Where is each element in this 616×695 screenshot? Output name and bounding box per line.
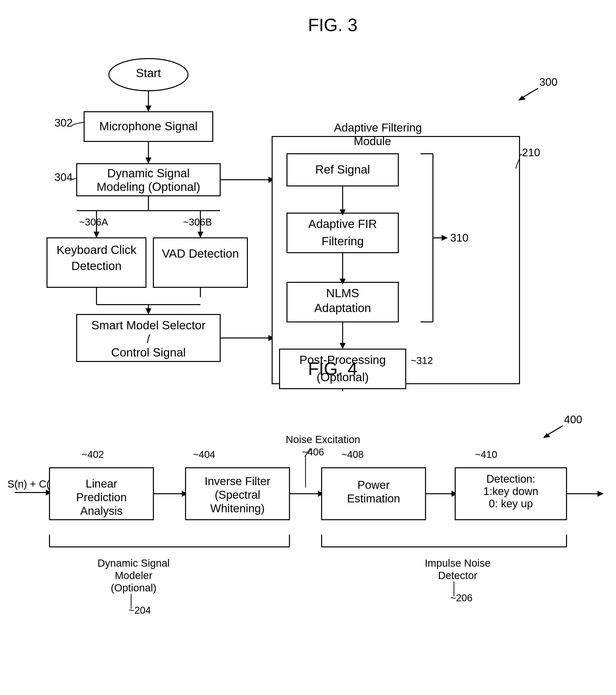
svg-text:Adaptive FIR: Adaptive FIR — [308, 217, 377, 231]
svg-text:Power: Power — [357, 478, 390, 491]
svg-text:Noise Excitation: Noise Excitation — [286, 434, 360, 445]
svg-text:Modeling (Optional): Modeling (Optional) — [97, 180, 200, 193]
svg-text:(Optional): (Optional) — [111, 582, 156, 594]
svg-text:Whitening): Whitening) — [210, 502, 265, 515]
svg-text:~410: ~410 — [475, 449, 497, 460]
svg-text:Modeler: Modeler — [115, 570, 152, 581]
svg-text:Detection:: Detection: — [486, 473, 535, 485]
svg-text:Start: Start — [136, 67, 161, 80]
svg-text:Keyboard Click: Keyboard Click — [57, 243, 137, 256]
svg-text:Adaptation: Adaptation — [314, 301, 371, 315]
svg-text:400: 400 — [564, 413, 582, 425]
svg-marker-20 — [197, 232, 203, 238]
svg-text:Filtering: Filtering — [322, 235, 364, 248]
fig4-section: FIG. 4 400 S(n) + C(n) ~402 Linear Predi… — [0, 358, 616, 695]
svg-text:310: 310 — [450, 232, 468, 244]
svg-marker-18 — [94, 232, 99, 238]
svg-text:~306A: ~306A — [79, 217, 108, 227]
fig3-diagram: Start 302 Microphone Signal 304 Dynamic … — [0, 50, 616, 391]
svg-text:Estimation: Estimation — [347, 492, 400, 505]
svg-text:Linear: Linear — [86, 477, 117, 490]
svg-marker-3 — [146, 105, 151, 112]
svg-text:Prediction: Prediction — [76, 491, 127, 504]
svg-text:Impulse Noise: Impulse Noise — [425, 557, 490, 569]
svg-text:302: 302 — [54, 117, 72, 129]
page-container: FIG. 3 Start 302 Microphone Signal 304 — [0, 0, 616, 695]
svg-rect-26 — [153, 238, 247, 287]
svg-text:210: 210 — [522, 146, 540, 158]
svg-text:Dynamic Signal: Dynamic Signal — [107, 167, 189, 180]
svg-text:NLMS: NLMS — [326, 287, 359, 300]
svg-text:Adaptive Filtering: Adaptive Filtering — [334, 121, 422, 134]
svg-text:VAD Detection: VAD Detection — [162, 247, 239, 260]
svg-text:~402: ~402 — [82, 449, 104, 460]
svg-text:Detector: Detector — [438, 570, 478, 581]
fig4-title: FIG. 4 — [0, 358, 616, 379]
svg-text:Ref Signal: Ref Signal — [315, 163, 370, 176]
fig3-section: FIG. 3 Start 302 Microphone Signal 304 — [0, 15, 616, 392]
svg-text:Microphone Signal: Microphone Signal — [99, 120, 198, 133]
svg-text:~404: ~404 — [193, 449, 215, 460]
svg-text:Detection: Detection — [71, 259, 122, 272]
svg-text:1:key down: 1:key down — [483, 485, 538, 497]
svg-text:~408: ~408 — [342, 449, 364, 460]
svg-text:304: 304 — [54, 171, 72, 183]
svg-marker-8 — [146, 157, 151, 164]
svg-text:Module: Module — [354, 135, 391, 148]
svg-text:Dynamic Signal: Dynamic Signal — [98, 557, 170, 569]
fig4-diagram: 400 S(n) + C(n) ~402 Linear Prediction A… — [0, 399, 616, 695]
svg-marker-32 — [146, 308, 151, 315]
svg-text:(Spectral: (Spectral — [215, 488, 260, 501]
svg-text:300: 300 — [539, 76, 557, 88]
svg-text:0: key up: 0: key up — [489, 497, 533, 510]
svg-text:Inverse Filter: Inverse Filter — [204, 475, 270, 488]
svg-text:Control Signal: Control Signal — [111, 346, 186, 359]
svg-text:/: / — [147, 332, 150, 345]
svg-text:Smart Model Selector: Smart Model Selector — [91, 319, 205, 332]
svg-text:Analysis: Analysis — [80, 504, 122, 517]
svg-text:~204: ~204 — [129, 605, 151, 616]
svg-text:~306B: ~306B — [183, 217, 212, 227]
svg-marker-111 — [597, 491, 604, 497]
fig3-title: FIG. 3 — [0, 15, 616, 35]
